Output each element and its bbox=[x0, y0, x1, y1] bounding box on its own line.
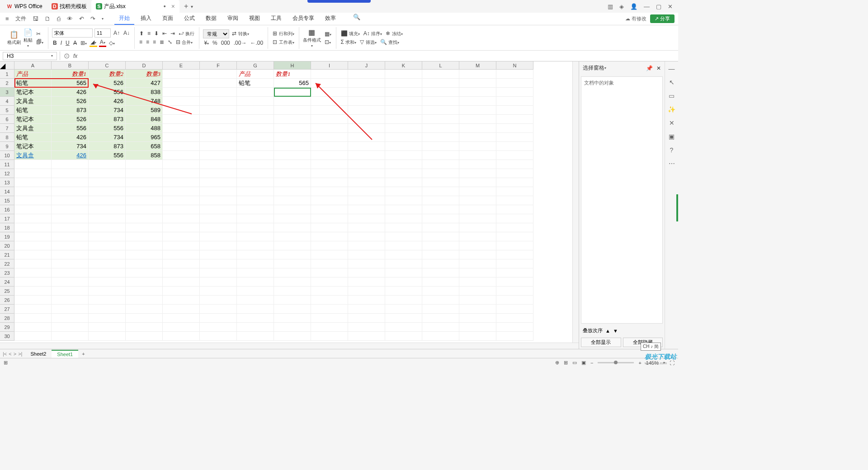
select-all-corner[interactable]: ◢ bbox=[0, 61, 14, 70]
cell-M4[interactable] bbox=[459, 97, 496, 106]
row-header-9[interactable]: 9 bbox=[0, 142, 14, 151]
cell-E4[interactable] bbox=[163, 97, 200, 106]
bold-icon[interactable]: B bbox=[52, 39, 58, 47]
zoom-slider[interactable] bbox=[598, 362, 634, 363]
cell-H4[interactable] bbox=[274, 97, 311, 106]
cell-A1[interactable]: 产品 bbox=[14, 70, 52, 79]
row-header-22[interactable]: 22 bbox=[0, 259, 14, 268]
cell-D16[interactable] bbox=[126, 205, 163, 214]
cell-N8[interactable] bbox=[496, 133, 533, 142]
tab-efficiency[interactable]: 效率 bbox=[321, 13, 340, 25]
cell-J15[interactable] bbox=[348, 196, 385, 205]
row-header-23[interactable]: 23 bbox=[0, 268, 14, 277]
cell-I2[interactable] bbox=[311, 79, 348, 88]
cell-C21[interactable] bbox=[89, 250, 126, 259]
user-icon[interactable]: 👤 bbox=[630, 3, 637, 10]
cell-M18[interactable] bbox=[459, 223, 496, 232]
cell-K5[interactable] bbox=[385, 106, 422, 115]
cube-icon[interactable]: ◈ bbox=[619, 3, 624, 10]
cell-I5[interactable] bbox=[311, 106, 348, 115]
align-bot-icon[interactable]: ⬇ bbox=[153, 30, 160, 37]
align-mid-icon[interactable]: ≡ bbox=[146, 30, 151, 37]
preview-icon[interactable]: 👁 bbox=[65, 14, 75, 23]
cell-M3[interactable] bbox=[459, 88, 496, 97]
tab-dropdown-icon[interactable]: ▾ bbox=[191, 4, 193, 9]
cell-K4[interactable] bbox=[385, 97, 422, 106]
cell-L26[interactable] bbox=[422, 296, 459, 305]
cell-M1[interactable] bbox=[459, 70, 496, 79]
cell-A19[interactable] bbox=[14, 232, 52, 241]
cell-M7[interactable] bbox=[459, 124, 496, 133]
cell-H13[interactable] bbox=[274, 178, 311, 187]
cell-A23[interactable] bbox=[14, 268, 52, 277]
cell-K8[interactable] bbox=[385, 133, 422, 142]
cell-B27[interactable] bbox=[52, 305, 89, 314]
cell-I11[interactable] bbox=[311, 160, 348, 169]
cell-G6[interactable] bbox=[237, 115, 274, 124]
share-button[interactable]: ↗ 分享 bbox=[650, 14, 675, 23]
cell-H15[interactable] bbox=[274, 196, 311, 205]
cell-D7[interactable]: 488 bbox=[126, 124, 163, 133]
cell-J24[interactable] bbox=[348, 277, 385, 287]
cell-H3[interactable] bbox=[274, 88, 311, 97]
cell-H14[interactable] bbox=[274, 187, 311, 196]
cell-A6[interactable]: 笔记本 bbox=[14, 115, 52, 124]
more-icon[interactable]: ⋯ bbox=[669, 160, 675, 167]
more-icon[interactable]: ▾ bbox=[100, 16, 105, 22]
cell-J18[interactable] bbox=[348, 223, 385, 232]
cell-F13[interactable] bbox=[200, 178, 237, 187]
cell-I16[interactable] bbox=[311, 205, 348, 214]
row-header-10[interactable]: 10 bbox=[0, 151, 14, 160]
cell-K23[interactable] bbox=[385, 268, 422, 277]
cell-D13[interactable] bbox=[126, 178, 163, 187]
row-header-14[interactable]: 14 bbox=[0, 187, 14, 196]
cell-N20[interactable] bbox=[496, 241, 533, 250]
cell-M14[interactable] bbox=[459, 187, 496, 196]
cell-L20[interactable] bbox=[422, 241, 459, 250]
cell-J1[interactable] bbox=[348, 70, 385, 79]
cell-L14[interactable] bbox=[422, 187, 459, 196]
cell-I28[interactable] bbox=[311, 314, 348, 323]
cell-A22[interactable] bbox=[14, 259, 52, 268]
cell-C10[interactable]: 556 bbox=[89, 151, 126, 160]
align-top-icon[interactable]: ⬆ bbox=[138, 30, 145, 37]
wrap-button[interactable]: ⮐ 换行 bbox=[178, 30, 195, 38]
row-header-2[interactable]: 2 bbox=[0, 79, 14, 88]
cell-K16[interactable] bbox=[385, 205, 422, 214]
indent-dec-icon[interactable]: ⇤ bbox=[161, 30, 168, 37]
cell-I23[interactable] bbox=[311, 268, 348, 277]
cell-N4[interactable] bbox=[496, 97, 533, 106]
cell-G26[interactable] bbox=[237, 296, 274, 305]
cell-F23[interactable] bbox=[200, 268, 237, 277]
row-header-3[interactable]: 3 bbox=[0, 88, 14, 97]
cell-M19[interactable] bbox=[459, 232, 496, 241]
cell-I18[interactable] bbox=[311, 223, 348, 232]
cell-C26[interactable] bbox=[89, 296, 126, 305]
cell-F14[interactable] bbox=[200, 187, 237, 196]
tool2-icon[interactable]: ▣ bbox=[669, 133, 675, 140]
tab-add[interactable]: + bbox=[184, 2, 188, 10]
cell-L25[interactable] bbox=[422, 287, 459, 296]
cell-C22[interactable] bbox=[89, 259, 126, 268]
tab-view[interactable]: 视图 bbox=[245, 13, 264, 25]
cell-J28[interactable] bbox=[348, 314, 385, 323]
menu-icon[interactable]: ≡ bbox=[4, 14, 11, 23]
vscroll[interactable] bbox=[572, 61, 579, 349]
row-header-25[interactable]: 25 bbox=[0, 287, 14, 296]
cell-B11[interactable] bbox=[52, 160, 89, 169]
copy-icon[interactable]: 🗐▾ bbox=[35, 38, 44, 46]
cell-B22[interactable] bbox=[52, 259, 89, 268]
cell-B1[interactable]: 数量1 bbox=[52, 70, 89, 79]
cell-D12[interactable] bbox=[126, 169, 163, 178]
cell-L27[interactable] bbox=[422, 305, 459, 314]
cell-L1[interactable] bbox=[422, 70, 459, 79]
cell-I14[interactable] bbox=[311, 187, 348, 196]
cell-C29[interactable] bbox=[89, 323, 126, 332]
cell-G4[interactable] bbox=[237, 97, 274, 106]
save-icon[interactable]: 🖫 bbox=[31, 14, 40, 23]
cell-B12[interactable] bbox=[52, 169, 89, 178]
view-read-icon[interactable]: ▣ bbox=[581, 360, 586, 366]
cell-H8[interactable] bbox=[274, 133, 311, 142]
cell-L21[interactable] bbox=[422, 250, 459, 259]
cell-B10[interactable]: 426 bbox=[52, 151, 89, 160]
